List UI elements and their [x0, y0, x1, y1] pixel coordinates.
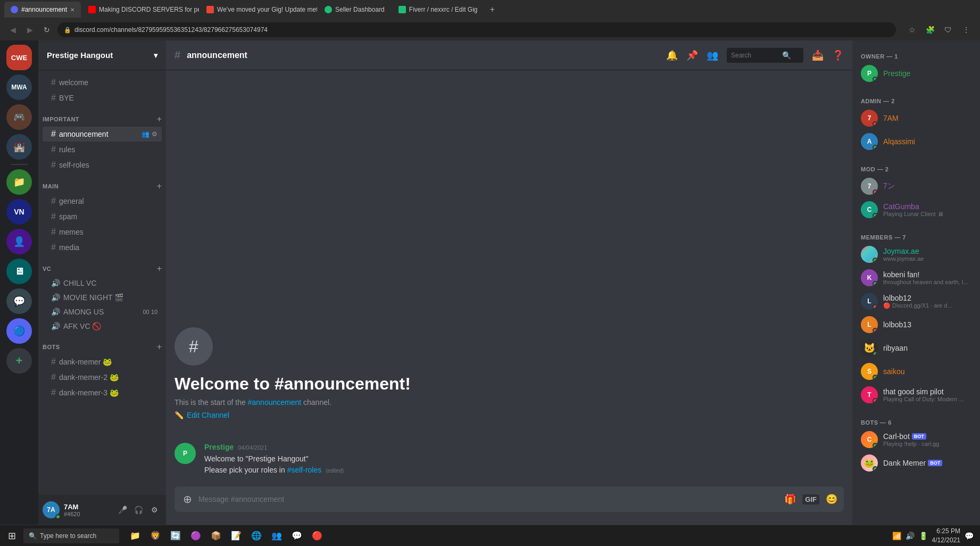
channel-memes[interactable]: # memes [43, 225, 162, 239]
start-button[interactable]: ⊞ [2, 526, 21, 545]
channel-general[interactable]: # general [43, 194, 162, 209]
channel-dank-memer-3[interactable]: # dank-memer-3 🐸 [43, 385, 162, 400]
tab-gmail[interactable]: We've moved your Gig! Update meta... [200, 2, 317, 18]
member-ribyaan[interactable]: 🐱 ribyaan [857, 336, 976, 360]
user-settings-button[interactable]: ⚙ [147, 502, 162, 517]
welcome-channel-link[interactable]: #announcement [248, 398, 301, 407]
channel-dank-memer[interactable]: # dank-memer 🐸 [43, 354, 162, 369]
member-prestige[interactable]: P Prestige [857, 62, 976, 85]
server-icon-8[interactable]: 🖥 [6, 259, 32, 284]
taskbar-app-3[interactable]: 🔄 [166, 526, 185, 545]
new-tab-button[interactable]: + [485, 2, 500, 17]
member-lolbob13[interactable]: L lolbob13 [857, 313, 976, 336]
taskbar-app-7[interactable]: 🌐 [247, 526, 266, 545]
server-icon-3[interactable]: 🎮 [6, 104, 32, 130]
taskbar-file-explorer[interactable]: 📁 [126, 526, 145, 545]
tab-discord[interactable]: #announcement ✕ [4, 2, 81, 18]
tray-volume-icon[interactable]: 🔊 [906, 532, 915, 540]
members-icon[interactable]: 👥 [707, 49, 718, 61]
tab-seller[interactable]: Seller Dashboard [318, 2, 391, 18]
address-bar[interactable]: 🔒 discord.com/channels/82795959553635124… [57, 22, 896, 37]
add-server-icon[interactable]: + [6, 348, 32, 374]
bell-icon[interactable]: 🔔 [666, 49, 678, 61]
shield-icon[interactable]: 🛡 [941, 22, 956, 37]
member-kobeni[interactable]: K kobeni fan! throughout heaven and eart… [857, 266, 976, 289]
member-carl-bot[interactable]: C Carl-bot BOT Playing !help · carl.gg [857, 428, 976, 451]
taskbar-app-10[interactable]: 🔴 [308, 526, 327, 545]
tray-clock[interactable]: 6:25 PM 4/12/2021 [932, 527, 960, 545]
taskbar-app-4[interactable]: 🟣 [186, 526, 205, 545]
mute-button[interactable]: 🎤 [115, 502, 130, 517]
member-7am[interactable]: 7 7AM [857, 106, 976, 130]
tray-battery-icon[interactable]: 🔋 [919, 532, 928, 540]
category-main-add[interactable]: + [157, 181, 162, 191]
gift-icon[interactable]: 🎁 [784, 493, 796, 505]
taskbar-vscode[interactable]: 📝 [227, 526, 246, 545]
header-search[interactable]: 🔍 [727, 48, 803, 63]
member-joymax[interactable]: Joymax.ae www.joymax.ae [857, 243, 976, 266]
tab-discord-close[interactable]: ✕ [70, 7, 74, 13]
reload-button[interactable]: ↻ [40, 23, 53, 36]
manage-icon[interactable]: 👥 [142, 130, 150, 138]
category-vc[interactable]: VC + [38, 255, 166, 276]
channel-self-roles[interactable]: # self-roles [43, 158, 162, 172]
taskbar-brave[interactable]: 🦁 [146, 526, 165, 545]
member-dank-memer-bot[interactable]: 🐸 Dank Memer BOT [857, 451, 976, 475]
member-lolbob12[interactable]: L lolbob12 🔴 Discord.gg/X1 · are d... [857, 289, 976, 313]
server-icon-6[interactable]: VN [6, 199, 32, 225]
search-input[interactable] [731, 52, 779, 59]
category-important[interactable]: IMPORTANT + [38, 106, 166, 126]
channel-rules[interactable]: # rules [43, 142, 162, 157]
inbox-icon[interactable]: 📥 [812, 49, 824, 61]
member-alqassimi[interactable]: A Alqassimi [857, 130, 976, 153]
server-icon-mwa[interactable]: MWA [6, 75, 32, 100]
channel-announcement[interactable]: # announcement 👥 ⚙ [43, 127, 162, 142]
emoji-button[interactable]: 😊 [826, 493, 837, 505]
member-catgumba[interactable]: C CatGumba Playing Lunar Client 🖥 [857, 198, 976, 221]
tray-network-icon[interactable]: 📶 [892, 532, 901, 540]
settings-icon[interactable]: ⚙ [152, 130, 157, 138]
add-file-button[interactable]: ⊕ [181, 486, 194, 512]
help-icon[interactable]: ❓ [832, 49, 844, 61]
server-icon-10[interactable]: 🔵 [6, 318, 32, 344]
channel-welcome[interactable]: # welcome [43, 75, 162, 90]
channel-movie-night[interactable]: 🔊 MOVIE NIGHT 🎬 [43, 291, 162, 304]
category-vc-add[interactable]: + [157, 264, 162, 274]
channel-among-us[interactable]: 🔊 AMONG US 00 10 [43, 305, 162, 319]
category-bots-add[interactable]: + [157, 342, 162, 352]
channel-bye[interactable]: # BYE [43, 90, 162, 105]
channel-media[interactable]: # media [43, 240, 162, 255]
back-button[interactable]: ◀ [6, 23, 19, 36]
server-icon-9[interactable]: 💬 [6, 288, 32, 314]
taskbar-teams[interactable]: 👥 [267, 526, 286, 545]
extensions-icon[interactable]: 🧩 [923, 22, 937, 37]
channel-spam[interactable]: # spam [43, 209, 162, 224]
taskbar-whatsapp[interactable]: 💬 [287, 526, 306, 545]
message-input[interactable] [198, 489, 780, 510]
channel-afk-vc[interactable]: 🔊 AFK VC 🚫 [43, 319, 162, 333]
server-icon-7[interactable]: 👤 [6, 229, 32, 254]
tab-fiverr[interactable]: Fiverr / nexxrc / Edit Gig [392, 2, 484, 18]
forward-button[interactable]: ▶ [23, 23, 36, 36]
deafen-button[interactable]: 🎧 [131, 502, 146, 517]
bookmark-icon[interactable]: ☆ [904, 22, 919, 37]
member-7n[interactable]: 7 7ン [857, 175, 976, 198]
server-icon-4[interactable]: 🏰 [6, 134, 32, 160]
tray-notification-icon[interactable]: 💬 [965, 532, 974, 540]
self-roles-link[interactable]: #self-roles [287, 466, 322, 474]
category-main[interactable]: MAIN + [38, 173, 166, 193]
category-bots[interactable]: BOTS + [38, 334, 166, 354]
channel-dank-memer-2[interactable]: # dank-memer-2 🐸 [43, 370, 162, 385]
member-saikou[interactable]: S saikou [857, 360, 976, 383]
server-name[interactable]: Prestige Hangout ▾ [38, 40, 166, 70]
menu-icon[interactable]: ⋮ [959, 22, 974, 37]
edit-channel-link[interactable]: ✏️ Edit Channel [175, 411, 229, 419]
server-icon-5[interactable]: 📁 [6, 169, 32, 195]
category-important-add[interactable]: + [157, 114, 162, 124]
taskbar-app-5[interactable]: 📦 [206, 526, 226, 545]
tab-yt[interactable]: Making DISCORD SERVERS for people... [82, 2, 199, 18]
member-that-good-sim[interactable]: T that good sim pilot Playing Call of Du… [857, 383, 976, 407]
server-icon-cwe[interactable]: CWE [6, 45, 32, 70]
channel-chill-vc[interactable]: 🔊 CHILL VC [43, 276, 162, 290]
gif-button[interactable]: GIF [802, 494, 819, 504]
